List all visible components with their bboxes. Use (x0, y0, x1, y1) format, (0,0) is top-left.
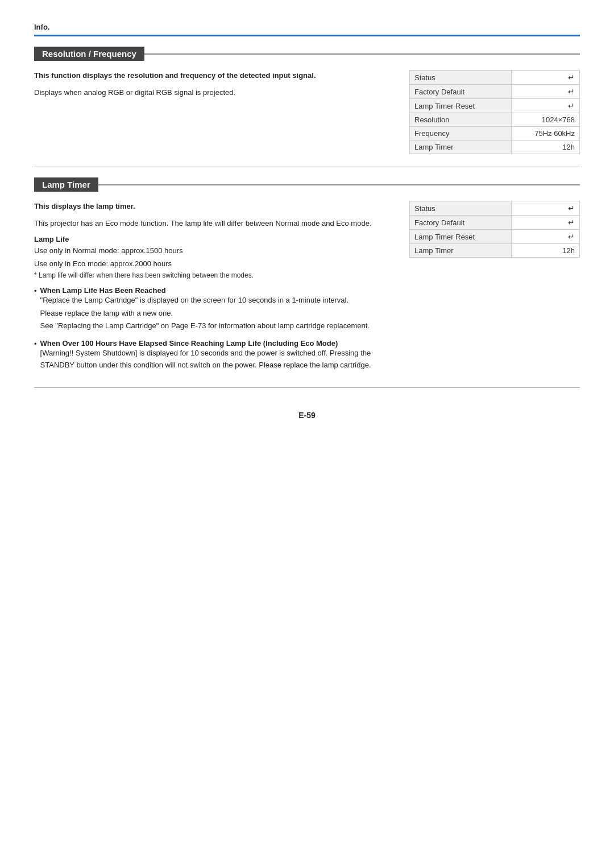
table-row: Factory Default (410, 85, 512, 99)
lamp-timer-table: Status↵Factory Default↵Lamp Timer Reset↵… (409, 201, 580, 258)
lamp-timer-intro: This displays the lamp timer. (34, 201, 387, 212)
lamp-timer-right: Status↵Factory Default↵Lamp Timer Reset↵… (409, 201, 580, 375)
bullet1-line: See "Replacing the Lamp Cartridge" on Pa… (40, 320, 370, 332)
table-row: Lamp Timer Reset (410, 99, 512, 113)
table-value: 1024×768 (512, 113, 580, 127)
enter-symbol: ↵ (512, 85, 580, 99)
enter-symbol: ↵ (512, 230, 580, 244)
lamp-timer-body: This displays the lamp timer. This proje… (34, 201, 580, 375)
table-value: 12h (512, 244, 580, 258)
enter-symbol: ↵ (512, 216, 580, 230)
table-row: Status (410, 201, 512, 216)
table-row: Frequency (410, 127, 512, 140)
lamp-timer-section-header: Lamp Timer (34, 177, 580, 192)
resolution-section-header: Resolution / Frequency (34, 47, 580, 61)
resolution-intro: This function displays the resolution an… (34, 70, 387, 81)
lamp-timer-title-line (98, 184, 580, 185)
resolution-right: Status↵Factory Default↵Lamp Timer Reset↵… (409, 70, 580, 154)
lamp-life-lines: Use only in Normal mode: approx.1500 hou… (34, 245, 387, 270)
lamp-timer-left: This displays the lamp timer. This proje… (34, 201, 392, 375)
lamp-timer-title: Lamp Timer (34, 177, 98, 192)
lamp-life-label: Lamp Life (34, 235, 387, 243)
bullet1-container: • When Lamp Life Has Been Reached "Repla… (34, 286, 387, 333)
page-number: E-59 (34, 411, 580, 431)
table-row: Lamp Timer (410, 140, 512, 154)
table-row: Factory Default (410, 216, 512, 230)
resolution-description: Displays when analog RGB or digital RGB … (34, 87, 387, 99)
lamp-timer-description: This projector has an Eco mode function.… (34, 218, 387, 230)
resolution-title-line (144, 53, 580, 55)
lamp-life-note: * Lamp life will differ when there has b… (34, 271, 387, 279)
info-bar: Info. (34, 23, 580, 31)
bullet2-line: [Warning!! System Shutdown] is displayed… (40, 348, 387, 371)
section-divider-2 (34, 387, 580, 388)
bullet1-title: When Lamp Life Has Been Reached (40, 286, 166, 295)
bullet2-dot: • (34, 340, 37, 373)
resolution-body: This function displays the resolution an… (34, 70, 580, 154)
table-row: Resolution (410, 113, 512, 127)
resolution-table: Status↵Factory Default↵Lamp Timer Reset↵… (409, 70, 580, 154)
bullet1-line: Please replace the lamp with a new one. (40, 308, 370, 320)
resolution-title: Resolution / Frequency (34, 47, 144, 61)
bullet1-dot: • (34, 287, 37, 333)
lamp-life-line: Use only in Normal mode: approx.1500 hou… (34, 245, 387, 257)
enter-symbol: ↵ (512, 99, 580, 113)
resolution-left: This function displays the resolution an… (34, 70, 392, 154)
lamp-life-line: Use only in Eco mode: approx.2000 hours (34, 258, 387, 270)
table-value: 12h (512, 140, 580, 154)
enter-symbol: ↵ (512, 71, 580, 85)
bullet2-container: • When Over 100 Hours Have Elapsed Since… (34, 339, 387, 373)
table-row: Status (410, 71, 512, 85)
section-divider-1 (34, 167, 580, 167)
page: Info. Resolution / Frequency This functi… (0, 0, 614, 868)
bullet2-lines: [Warning!! System Shutdown] is displayed… (40, 348, 387, 371)
info-blue-line (34, 35, 580, 36)
table-row: Lamp Timer Reset (410, 230, 512, 244)
table-row: Lamp Timer (410, 244, 512, 258)
enter-symbol: ↵ (512, 201, 580, 216)
bullet2-title: When Over 100 Hours Have Elapsed Since R… (40, 339, 338, 348)
info-label: Info. (34, 23, 49, 31)
table-value: 75Hz 60kHz (512, 127, 580, 140)
bullet1-line: "Replace the Lamp Cartridge" is displaye… (40, 295, 370, 307)
bullet1-lines: "Replace the Lamp Cartridge" is displaye… (40, 295, 370, 332)
